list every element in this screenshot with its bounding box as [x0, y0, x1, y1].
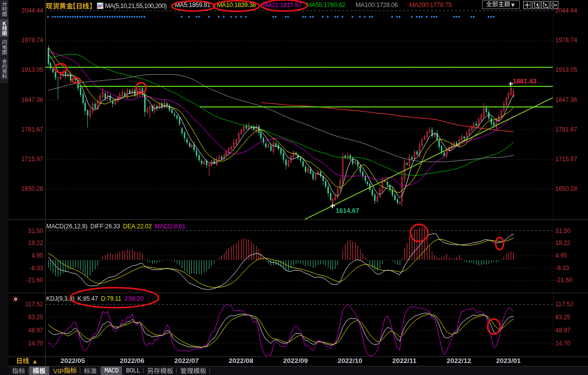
- kdj-k-value: K:85.47: [77, 295, 98, 302]
- toolbar-tab-7[interactable]: [177, 366, 210, 375]
- tab-divider: [209, 368, 210, 373]
- indicator-toolbar: VIPMACDBOLL: [9, 366, 588, 375]
- x-axis-month-label-8: 2023/01: [496, 357, 521, 364]
- macd-axis-label-left-0: 31.50: [8, 228, 43, 234]
- macd-axis-label-right-2: 4.95: [555, 253, 567, 259]
- ma-value-1: MA10:1839.38: [217, 2, 256, 9]
- kdj-j-value: J:98.20: [124, 295, 144, 302]
- high-price-annotation: 1881.43: [513, 77, 536, 85]
- macd-hist-value: MACD:8.61: [155, 223, 185, 230]
- kline-chart-canvas[interactable]: [0, 0, 588, 375]
- kdj-axis-label-right-1: 83.25: [555, 314, 570, 320]
- macd-axis-label-right-4: -21.60: [555, 277, 572, 283]
- toolbar-tab-4[interactable]: MACD: [101, 366, 122, 375]
- x-axis-month-label-6: 2022/11: [392, 357, 416, 364]
- macd-indicator-name: MACD(26,12,9): [46, 223, 87, 230]
- price-axis-label-left-1: 1978.74: [8, 37, 43, 43]
- price-axis-label-right-2: 1913.05: [555, 67, 577, 73]
- ma-value-0: MA5:1859.81: [175, 2, 210, 9]
- trading-app-window: K MA(5,10,21,55,100,200) MA5:1859.81MA10…: [0, 0, 588, 375]
- kdj-axis-label-left-3: 14.70: [8, 340, 43, 346]
- kdj-axis-label-left-1: 83.25: [8, 314, 43, 320]
- kdj-d-value: D:79.11: [101, 295, 121, 302]
- chart-header: MA(5,10,21,55,100,200) MA5:1859.81MA10:1…: [46, 0, 498, 11]
- kdj-axis-label-right-2: 48.97: [555, 327, 570, 333]
- x-axis-month-label-4: 2022/09: [283, 357, 308, 364]
- price-axis-label-right-4: 1781.67: [555, 127, 577, 133]
- ma-value-3: MA55:1760.62: [306, 2, 345, 9]
- price-axis-label-left-3: 1847.36: [8, 97, 43, 103]
- theme-dropdown-button[interactable]: ▼: [482, 1, 520, 9]
- price-axis-label-right-1: 1978.74: [555, 37, 577, 43]
- toolbar-tab-3[interactable]: [80, 366, 100, 375]
- sidebar-item-2[interactable]: [0, 38, 9, 56]
- x-axis-month-label-5: 2022/10: [338, 357, 363, 364]
- x-axis-month-label-2: 2022/07: [174, 357, 199, 364]
- x-axis-month-label-3: 2022/08: [229, 357, 254, 364]
- ma-value-4: MA100:1728.06: [356, 2, 398, 9]
- axis-play-icon[interactable]: [541, 1, 549, 9]
- toolbar-tab-2[interactable]: VIP: [50, 366, 80, 375]
- x-axis-month-label-7: 2022/12: [446, 357, 471, 364]
- macd-diff-value: DIFF:26.33: [90, 223, 120, 230]
- ma-value-2: MA21:1817.57: [263, 2, 302, 9]
- price-axis-label-left-2: 1913.05: [8, 67, 43, 73]
- macd-panel-header: MACD(26,12,9)DIFF:26.33DEA:22.02MACD:8.6…: [46, 223, 188, 230]
- header-controls: ▼: [482, 1, 558, 9]
- macd-axis-label-left-4: -21.60: [8, 277, 43, 283]
- x-axis-month-label-1: 2022/06: [120, 357, 145, 364]
- sidebar-item-3[interactable]: [0, 57, 9, 80]
- low-price-annotation: 1614.67: [335, 207, 359, 214]
- macd-axis-label-right-1: 18.22: [555, 240, 570, 246]
- toolbar-tab-5[interactable]: BOLL: [123, 366, 144, 375]
- price-axis-label-right-6: 1650.28: [555, 186, 577, 192]
- macd-axis-label-left-2: 4.95: [8, 253, 43, 259]
- tab-divider: [49, 368, 49, 373]
- sidebar-item-0[interactable]: [0, 0, 9, 18]
- kdj-indicator-name: KDJ(9,3,3): [46, 295, 74, 302]
- period-dropdown-arrow: ▲: [32, 358, 38, 365]
- sidebar-item-1[interactable]: K: [0, 19, 9, 37]
- price-axis-label-right-0: 2044.44: [555, 8, 577, 14]
- x-axis-month-label-0: 2022/05: [60, 357, 85, 364]
- tab-divider: [100, 368, 100, 373]
- left-sidebar: K: [0, 0, 9, 375]
- price-axis-label-right-5: 1715.97: [555, 156, 577, 162]
- macd-axis-label-right-3: -8.33: [555, 265, 569, 271]
- kdj-axis-label-left-2: 48.97: [8, 327, 43, 333]
- price-axis-label-left-4: 1781.67: [8, 127, 43, 133]
- kdj-axis-label-right-3: 14.70: [555, 340, 570, 346]
- window-tool-buttons: [522, 1, 558, 9]
- macd-axis-label-left-1: 18.22: [8, 240, 43, 246]
- price-axis-label-left-6: 1650.28: [8, 186, 43, 192]
- axis-compress-icon[interactable]: [532, 1, 540, 9]
- kdj-panel-header: KDJ(9,3,3)K:85.47D:79.11J:98.20: [46, 295, 147, 302]
- toolbar-tab-0[interactable]: [9, 366, 29, 375]
- macd-axis-label-left-3: -8.33: [8, 265, 43, 271]
- price-axis-label-right-3: 1847.36: [555, 97, 577, 103]
- tab-divider: [28, 368, 29, 373]
- kdj-axis-label-right-0: 117.52: [555, 301, 573, 307]
- macd-axis-label-right-0: 31.50: [555, 228, 570, 234]
- tab-divider: [122, 368, 122, 373]
- price-axis-label-left-5: 1715.97: [8, 156, 43, 162]
- price-axis-label-left-0: 2044.44: [8, 8, 43, 14]
- toolbar-tab-1[interactable]: [29, 366, 49, 375]
- ma-values-row: MA5:1859.81MA10:1839.38MA21:1817.57MA55:…: [46, 0, 498, 11]
- period-label: [16, 357, 29, 366]
- pan-move-icon[interactable]: [523, 1, 531, 9]
- kdj-axis-label-left-0: 117.52: [8, 301, 43, 307]
- macd-dea-value: DEA:22.02: [123, 223, 152, 230]
- period-selector[interactable]: ▲: [9, 357, 45, 366]
- ma-value-5: MA200:1778.75: [409, 2, 451, 9]
- chart-type-menu: K: [0, 0, 9, 83]
- toolbar-tab-6[interactable]: [144, 366, 177, 375]
